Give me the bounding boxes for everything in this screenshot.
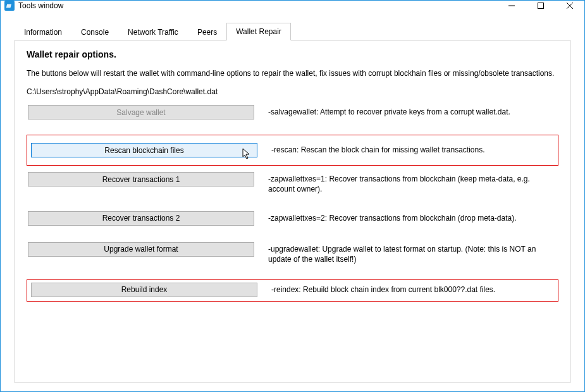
close-button[interactable] [555, 1, 584, 11]
tabs: Information Console Network Traffic Peer… [15, 22, 570, 40]
recover-transactions-1-button[interactable]: Recover transactions 1 [28, 172, 254, 187]
wallet-repair-panel: Wallet repair options. The buttons below… [15, 40, 570, 383]
titlebar: Tools window [1, 1, 584, 11]
recover-transactions-2-button[interactable]: Recover transactions 2 [28, 211, 254, 226]
salvage-wallet-button: Salvage wallet [28, 105, 254, 119]
window-title: Tools window [18, 1, 497, 10]
upgrade-wallet-desc: -upgradewallet: Upgrade wallet to latest… [268, 242, 557, 264]
option-upgrade: Upgrade wallet format -upgradewallet: Up… [27, 241, 558, 266]
tab-peers[interactable]: Peers [188, 23, 226, 40]
tab-wallet-repair[interactable]: Wallet Repair [226, 23, 291, 40]
rebuild-index-desc: -reindex: Rebuild block chain index from… [271, 283, 495, 295]
option-rescan: Rescan blockchain files -rescan: Rescan … [27, 135, 558, 166]
recover-transactions-1-desc: -zapwallettxes=1: Recover transactions f… [268, 172, 557, 194]
option-salvage-wallet: Salvage wallet -salvagewallet: Attempt t… [27, 104, 558, 121]
rebuild-index-button[interactable]: Rebuild index [31, 283, 257, 297]
option-rebuild: Rebuild index -reindex: Rebuild block ch… [27, 279, 558, 302]
app-icon [4, 1, 15, 11]
content-area: Information Console Network Traffic Peer… [1, 11, 584, 392]
svg-rect-1 [538, 3, 544, 9]
tab-network-traffic[interactable]: Network Traffic [118, 23, 188, 40]
recover-transactions-2-desc: -zapwallettxes=2: Recover transactions f… [268, 211, 517, 223]
tools-window: Tools window Information Console Network… [0, 0, 585, 392]
option-recover-1: Recover transactions 1 -zapwallettxes=1:… [27, 171, 558, 195]
upgrade-wallet-button[interactable]: Upgrade wallet format [28, 242, 254, 257]
maximize-button[interactable] [526, 1, 555, 11]
tab-information[interactable]: Information [15, 23, 71, 40]
rescan-desc: -rescan: Rescan the block chain for miss… [271, 143, 484, 155]
panel-heading: Wallet repair options. [27, 49, 558, 59]
minimize-button[interactable] [497, 1, 526, 11]
wallet-path: C:\Users\strophy\AppData\Roaming\DashCor… [27, 87, 558, 96]
tab-console[interactable]: Console [71, 23, 118, 40]
option-recover-2: Recover transactions 2 -zapwallettxes=2:… [27, 210, 558, 227]
window-controls [497, 1, 584, 11]
rescan-button[interactable]: Rescan blockchain files [31, 143, 257, 157]
salvage-wallet-desc: -salvagewallet: Attempt to recover priva… [268, 105, 510, 117]
panel-intro: The buttons below will restart the walle… [27, 68, 558, 78]
